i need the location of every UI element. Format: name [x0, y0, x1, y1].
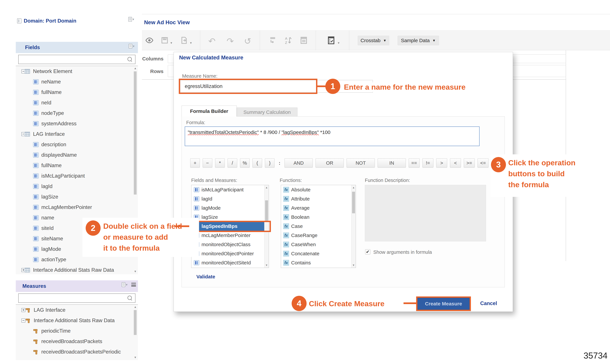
- field-list-item[interactable]: lagMode: [191, 203, 269, 212]
- export-icon[interactable]: [180, 36, 188, 44]
- scroll-up-icon[interactable]: ▲: [133, 67, 137, 70]
- operator-button[interactable]: −: [203, 158, 212, 168]
- tree-item-row[interactable]: receivedBroadcastPackets: [16, 336, 138, 347]
- operator-button[interactable]: ): [265, 158, 274, 168]
- scroll-thumb[interactable]: [265, 200, 268, 221]
- scroll-up-icon[interactable]: ▲: [264, 186, 269, 189]
- tree-item-row[interactable]: neId: [16, 97, 138, 108]
- field-list-item-selected[interactable]: lagSpeedInBps: [191, 221, 269, 231]
- measures-menu-icon[interactable]: ▾: [122, 281, 129, 288]
- sort-icon[interactable]: AZ: [284, 36, 293, 44]
- field-list-item[interactable]: monitoredObjectClass: [191, 240, 269, 249]
- list-scrollbar[interactable]: ▲ ▼: [351, 185, 356, 268]
- operator-button[interactable]: <=: [478, 158, 489, 168]
- tree-item-row[interactable]: isMcLagParticipant: [16, 171, 138, 181]
- tree-item-row[interactable]: neName: [16, 77, 138, 87]
- operator-button[interactable]: ==: [409, 158, 420, 168]
- scroll-thumb[interactable]: [134, 310, 137, 335]
- data-mode-button[interactable]: Sample Data▼: [398, 36, 439, 45]
- cancel-link[interactable]: Cancel: [480, 300, 497, 306]
- save-caret-icon[interactable]: ▾: [170, 41, 172, 45]
- tree-group-row[interactable]: −LAG Interface: [16, 129, 138, 139]
- operator-button[interactable]: :: [277, 158, 282, 168]
- operator-button[interactable]: !=: [422, 158, 433, 168]
- domain-menu-icon[interactable]: ▾: [128, 16, 136, 23]
- field-list-item[interactable]: lagId: [191, 194, 269, 203]
- operator-button[interactable]: OR: [315, 158, 344, 168]
- visualization-type-button[interactable]: Crosstab▼: [358, 36, 389, 45]
- function-list-item[interactable]: fxAbsolute: [281, 185, 356, 194]
- fields-menu-icon[interactable]: ▾: [129, 43, 136, 50]
- formula-textarea[interactable]: "transmittedTotalOctetsPeriodic" * 8 /90…: [185, 127, 480, 146]
- operator-button[interactable]: +: [190, 158, 200, 168]
- tree-item-row[interactable]: periodicTime: [16, 326, 138, 336]
- undo-icon[interactable]: ↶: [208, 36, 217, 44]
- tree-group-row[interactable]: +Interface Additional Stats Raw Data: [16, 265, 138, 274]
- operator-button[interactable]: *: [215, 158, 225, 168]
- field-list-item[interactable]: monitoredObjectPointer: [191, 249, 269, 258]
- tree-item-row[interactable]: displayedName: [16, 150, 138, 160]
- scroll-down-icon[interactable]: ▼: [351, 264, 356, 267]
- tree-item-row[interactable]: lagSize: [16, 192, 138, 202]
- undo-all-icon[interactable]: ↺: [244, 36, 252, 44]
- save-icon[interactable]: [160, 36, 169, 44]
- tree-group-row[interactable]: +LAG Interface: [16, 305, 138, 315]
- tab-summary-calculation[interactable]: Summary Calculation: [237, 108, 298, 117]
- scroll-thumb[interactable]: [352, 192, 355, 213]
- scroll-up-icon[interactable]: ▲: [133, 305, 137, 309]
- measures-hamburger-icon[interactable]: [131, 283, 136, 286]
- tab-formula-builder[interactable]: Formula Builder: [182, 105, 237, 117]
- search-icon[interactable]: [127, 57, 133, 62]
- tree-group-row[interactable]: −Network Element: [16, 66, 138, 77]
- scroll-down-icon[interactable]: ▼: [133, 270, 137, 273]
- function-list-item[interactable]: fxCaseRange: [281, 231, 356, 240]
- tree-item-row[interactable]: fullName: [16, 160, 138, 171]
- operator-button[interactable]: >: [436, 158, 447, 168]
- fields-search-input[interactable]: [19, 57, 127, 62]
- operator-button[interactable]: (: [252, 158, 262, 168]
- function-list-item[interactable]: fxContains: [281, 258, 356, 267]
- tree-group-row[interactable]: −Interface Additional Stats Raw Data: [16, 315, 138, 326]
- field-list-item[interactable]: monitoredObjectSiteId: [191, 258, 269, 267]
- scroll-thumb[interactable]: [134, 71, 137, 195]
- operator-button[interactable]: IN: [378, 158, 406, 168]
- expand-plus-icon[interactable]: +: [21, 308, 26, 312]
- list-scrollbar[interactable]: ▲ ▼: [264, 185, 269, 268]
- field-list-item[interactable]: lagSize: [191, 212, 269, 221]
- display-options-icon[interactable]: [327, 36, 335, 44]
- tree-item-row[interactable]: lagId: [16, 181, 138, 192]
- field-list-item[interactable]: isMcLagParticipant: [191, 185, 269, 194]
- operator-button[interactable]: NOT: [347, 158, 375, 168]
- tree-item-row[interactable]: systemAddress: [16, 118, 138, 129]
- report-details-icon[interactable]: [300, 36, 308, 44]
- field-list-item[interactable]: mcLagMemberPointer: [191, 231, 269, 240]
- show-arguments-checkbox[interactable]: ✔: [365, 249, 370, 254]
- scroll-down-icon[interactable]: ▼: [264, 264, 269, 267]
- tree-item-row[interactable]: [16, 357, 138, 360]
- scroll-up-icon[interactable]: ▲: [351, 186, 356, 189]
- operator-button[interactable]: AND: [285, 158, 313, 168]
- export-caret-icon[interactable]: ▾: [190, 41, 192, 45]
- operator-button[interactable]: >=: [464, 158, 475, 168]
- switch-layout-icon[interactable]: [269, 36, 277, 44]
- measures-search-input[interactable]: [19, 296, 127, 301]
- function-list-item[interactable]: fxAttribute: [281, 194, 356, 203]
- function-list-item[interactable]: fxAverage: [281, 203, 356, 212]
- tree-item-row[interactable]: receivedBroadcastPacketsPeriodic: [16, 347, 138, 357]
- validate-link[interactable]: Validate: [196, 274, 215, 280]
- operator-button[interactable]: <: [450, 158, 461, 168]
- operator-button[interactable]: /: [228, 158, 237, 168]
- create-measure-button[interactable]: Create Measure: [417, 298, 469, 310]
- tree-item-row[interactable]: nodeType: [16, 108, 138, 118]
- visibility-eye-icon[interactable]: [145, 36, 154, 44]
- measures-tree-scrollbar[interactable]: ▲ ▼: [133, 305, 137, 360]
- tree-item-row[interactable]: description: [16, 139, 138, 150]
- function-list-item[interactable]: fxCase: [281, 221, 356, 231]
- scroll-down-icon[interactable]: ▼: [133, 356, 137, 359]
- function-list-item[interactable]: fxConcatenate: [281, 249, 356, 258]
- collapse-minus-icon[interactable]: −: [21, 319, 26, 323]
- tree-item-row[interactable]: fullName: [16, 87, 138, 97]
- operator-button[interactable]: %: [240, 158, 250, 168]
- function-list-item[interactable]: fxBoolean: [281, 212, 356, 221]
- tree-item-row[interactable]: mcLagMemberPointer: [16, 202, 138, 212]
